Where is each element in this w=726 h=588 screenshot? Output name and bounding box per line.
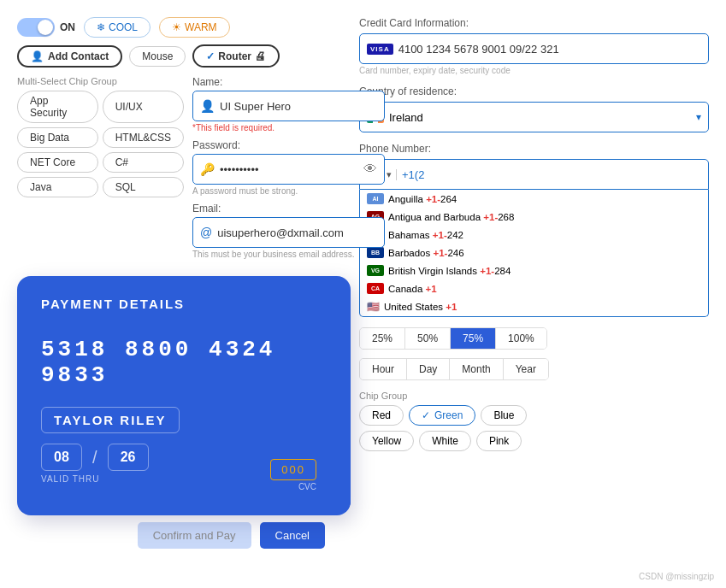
phone-dropdown: AI Anguilla +1-264 AG Antigua and Barbud… xyxy=(359,190,709,317)
cc-input-row[interactable]: VISA 4100 1234 5678 9001 09/22 321 xyxy=(359,33,709,64)
right-column: Credit Card Information: VISA 4100 1234 … xyxy=(351,17,709,571)
toggle-switch[interactable] xyxy=(17,18,55,37)
badge-vg: VG xyxy=(367,265,384,276)
cvc-section: 000 CVC xyxy=(270,459,316,491)
percent-chip-row: 25% 50% 75% 100% xyxy=(359,327,547,350)
phone-separator: ▾ xyxy=(387,169,397,180)
chip-java[interactable]: Java xyxy=(17,177,98,197)
check-icon: ✓ xyxy=(206,50,215,62)
chip-router[interactable]: ✓ Router 🖨 xyxy=(192,44,280,68)
payment-section: PAYMENT DETAILS 5318 8800 4324 9833 TAYL… xyxy=(17,276,333,549)
color-chip-row: Red ✓ Green Blue xyxy=(359,405,709,426)
dropdown-arrow-icon: ▾ xyxy=(696,111,701,123)
chip-white[interactable]: White xyxy=(419,431,471,451)
phone-option-barbados[interactable]: BB Barbados +1-246 xyxy=(360,244,708,262)
email-input-wrapper[interactable]: @ xyxy=(192,217,385,248)
phone-option-us[interactable]: 🇺🇸 United States +1 xyxy=(360,297,708,316)
phone-option-bvi[interactable]: VG British Virgin Islands +1-284 xyxy=(360,262,708,279)
chip-pink[interactable]: Pink xyxy=(476,431,522,451)
chip-month[interactable]: Month xyxy=(450,359,503,379)
name-input-wrapper[interactable]: 👤 xyxy=(192,91,385,121)
card-number: 5318 8800 4324 9833 xyxy=(41,337,327,388)
sun-icon: ☀ xyxy=(172,21,181,33)
chip-blue[interactable]: Blue xyxy=(481,405,527,426)
phone-option-antigua[interactable]: AG Antigua and Barbuda +1-268 xyxy=(360,208,708,226)
country-label: Country of residence: xyxy=(359,85,709,97)
email-icon: @ xyxy=(200,226,212,239)
chip-red[interactable]: Red xyxy=(359,405,404,426)
email-input[interactable] xyxy=(217,226,377,239)
chip-app-security[interactable]: App Security xyxy=(17,91,98,123)
card-month: 08 xyxy=(41,444,82,471)
chip-group-label: Multi-Select Chip Group xyxy=(17,76,184,86)
chip-uiux[interactable]: UI/UX xyxy=(103,91,184,123)
card-date-row: 08 / 26 xyxy=(41,444,149,471)
country-value: Ireland xyxy=(389,111,691,124)
payment-card-front: PAYMENT DETAILS 5318 8800 4324 9833 TAYL… xyxy=(17,276,351,515)
card-year: 26 xyxy=(108,444,149,471)
chip-net-core[interactable]: NET Core xyxy=(17,152,98,173)
chip-grid: App Security UI/UX Big Data HTML&CSS NET… xyxy=(17,91,184,197)
form-section: Name: 👤 *This field is required. Passwor… xyxy=(192,76,385,266)
chip-yellow[interactable]: Yellow xyxy=(359,431,414,451)
card-name: TAYLOR RILEY xyxy=(41,407,180,433)
chip-big-data[interactable]: Big Data xyxy=(17,127,98,148)
chip-day[interactable]: Day xyxy=(407,359,450,379)
phone-option-canada[interactable]: CA Canada +1 xyxy=(360,279,708,297)
phone-option-bahamas[interactable]: BS Bahamas +1-242 xyxy=(360,226,708,244)
toggle-label: ON xyxy=(60,21,75,33)
cc-numbers: 4100 1234 5678 9001 09/22 321 xyxy=(398,43,701,56)
chip-25[interactable]: 25% xyxy=(360,328,405,349)
router-icon: 🖨 xyxy=(255,50,266,62)
phone-value: +1(2 xyxy=(402,168,701,181)
cancel-button[interactable]: Cancel xyxy=(260,522,325,549)
name-input[interactable] xyxy=(220,100,377,113)
valid-thru-label: VALID THRU xyxy=(41,474,149,484)
visa-badge: VISA xyxy=(367,44,393,55)
check-green-icon: ✓ xyxy=(422,409,430,421)
chip-hour[interactable]: Hour xyxy=(360,359,407,379)
snowflake-icon: ❄ xyxy=(97,21,105,33)
cc-hint: Card number, expiry date, security code xyxy=(359,66,709,75)
eye-icon[interactable]: 👁 xyxy=(363,162,377,177)
chip-100[interactable]: 100% xyxy=(496,328,546,349)
chip-year[interactable]: Year xyxy=(504,359,548,379)
phone-section: Phone Number: 🇺🇸 ▾ +1(2 AI Anguilla +1-2… xyxy=(359,143,709,317)
watermark: CSDN @missingzip xyxy=(639,572,714,581)
chip-group-bottom-label: Chip Group xyxy=(359,391,709,401)
chip-75[interactable]: 75% xyxy=(451,328,496,349)
add-contact-button[interactable]: 👤 Add Contact xyxy=(17,45,122,68)
chip-50[interactable]: 50% xyxy=(405,328,451,349)
cvc-input[interactable]: 000 xyxy=(270,459,316,480)
toggle-group: ON xyxy=(17,18,75,37)
phone-label: Phone Number: xyxy=(359,143,709,155)
chip-mouse[interactable]: Mouse xyxy=(129,46,186,67)
country-select[interactable]: Ireland ▾ xyxy=(359,102,709,132)
left-column: ON ❄ COOL ☀ WARM 👤 Add Contact Mouse xyxy=(17,17,351,571)
country-section: Country of residence: Ireland ▾ xyxy=(359,85,709,132)
chip-sql[interactable]: SQL xyxy=(103,177,184,197)
password-input-wrapper[interactable]: 🔑 👁 xyxy=(192,154,385,185)
chip-group-bottom: Chip Group Red ✓ Green Blue Yellow White… xyxy=(359,391,709,451)
password-input[interactable] xyxy=(220,163,363,176)
phone-option-anguilla[interactable]: AI Anguilla +1-264 xyxy=(360,190,708,208)
chip-csharp[interactable]: C# xyxy=(103,152,184,173)
chip-green[interactable]: ✓ Green xyxy=(409,405,475,426)
user-input-icon: 👤 xyxy=(200,99,215,113)
confirm-button[interactable]: Confirm and Pay xyxy=(138,522,251,549)
card-buttons: Confirm and Pay Cancel xyxy=(17,522,325,549)
badge-bb: BB xyxy=(367,247,384,258)
chip-htmlcss[interactable]: HTML&CSS xyxy=(103,127,184,148)
key-icon: 🔑 xyxy=(200,162,215,176)
time-chip-row: Hour Day Month Year xyxy=(359,358,549,380)
cc-section: Credit Card Information: VISA 4100 1234 … xyxy=(359,17,709,75)
user-icon: 👤 xyxy=(31,50,44,62)
card-name-row: TAYLOR RILEY xyxy=(41,407,327,433)
phone-input-row[interactable]: 🇺🇸 ▾ +1(2 xyxy=(359,159,709,190)
date-slash: / xyxy=(92,448,97,467)
chip-warm[interactable]: ☀ WARM xyxy=(159,17,230,38)
cvc-label: CVC xyxy=(298,482,316,491)
color-chip-row-2: Yellow White Pink xyxy=(359,431,709,451)
chip-cool[interactable]: ❄ COOL xyxy=(84,17,151,38)
badge-ai: AI xyxy=(367,193,384,204)
